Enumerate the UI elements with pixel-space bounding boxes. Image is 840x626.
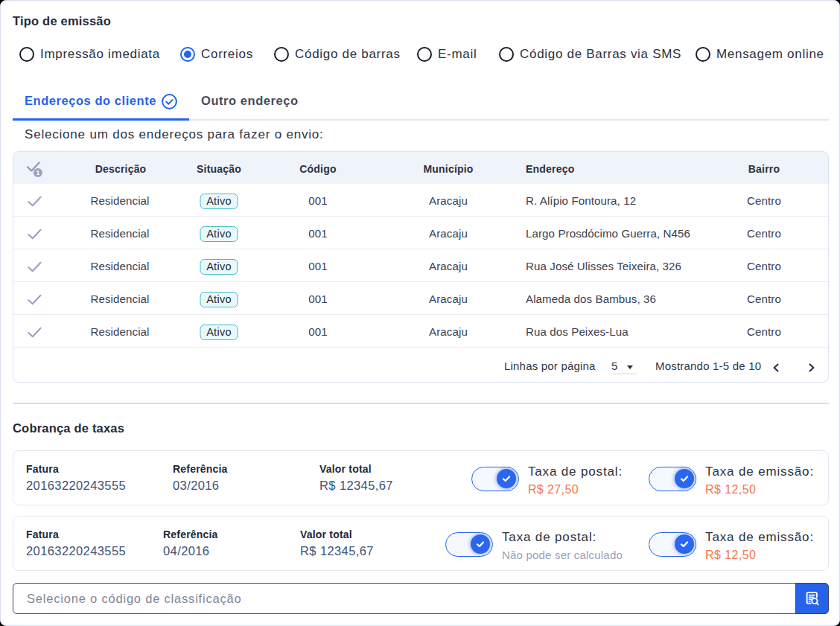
svg-text:1: 1 <box>36 169 40 176</box>
